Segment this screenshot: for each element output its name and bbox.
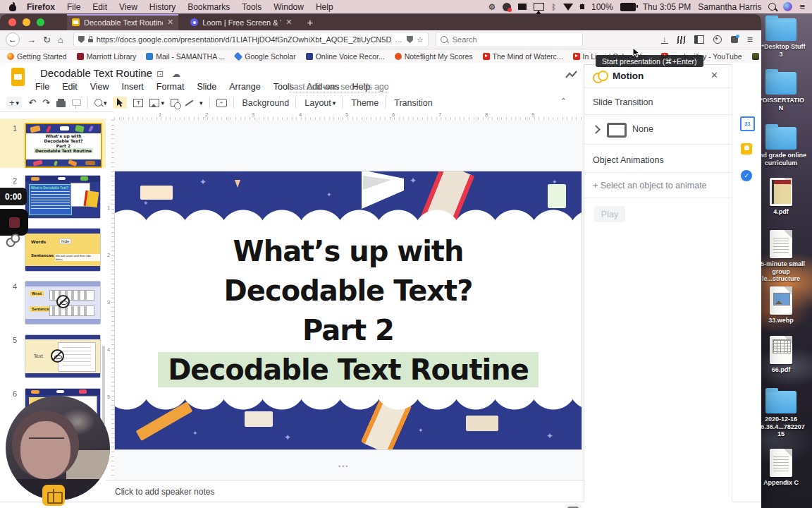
insert-image-button[interactable]: ▾	[149, 99, 164, 107]
menu-window[interactable]: Window	[273, 2, 304, 12]
desktop-icon-folder[interactable]: 2020-12-16 16.36.4...78220715	[756, 391, 806, 438]
explore-button[interactable]: ✦	[565, 504, 582, 508]
slides-menu-insert[interactable]: Insert	[122, 82, 144, 92]
siri-icon[interactable]	[783, 2, 792, 11]
slide-title-line-3[interactable]: Part 2	[115, 314, 582, 346]
volume-icon[interactable]	[580, 4, 584, 9]
bookmark-item[interactable]: The Mind of Waterc...	[483, 52, 563, 61]
search-box[interactable]	[436, 32, 583, 47]
transition-expand-chevron[interactable]	[591, 125, 601, 134]
menubar-user[interactable]: Samantha Harris	[698, 2, 761, 12]
calendar-icon[interactable]: 31	[740, 116, 755, 131]
tab-decodable-text-routine[interactable]: Decodable Text Routine - Goog ✕	[67, 14, 178, 30]
speaker-notes[interactable]: Click to add speaker notes	[106, 480, 593, 502]
slide-title-line-2[interactable]: Decodable Text?	[115, 274, 582, 307]
cloud-status-icon[interactable]: ☁	[172, 69, 180, 79]
bookmark-item[interactable]: Getting Started	[7, 52, 67, 61]
settings-icon[interactable]: ⚙	[488, 2, 496, 12]
close-window-button[interactable]	[8, 18, 16, 26]
menu-edit[interactable]: Edit	[92, 2, 107, 12]
sidebar-toggle-icon[interactable]	[694, 35, 704, 44]
desktop-icon-folder[interactable]: **DISSERTATION	[756, 72, 806, 111]
star-document-icon[interactable]: ☆	[141, 69, 149, 79]
play-button[interactable]: Play	[594, 206, 625, 222]
slide-thumbnail-5[interactable]: Text	[25, 334, 101, 378]
text-box-button[interactable]: T	[133, 99, 143, 107]
desktop-icon-pdf[interactable]: 66.pdf	[756, 336, 806, 374]
slide-thumbnail-4[interactable]: Word Sentence	[25, 281, 101, 325]
bookmark-item[interactable]: Mail - SAMANTHA ...	[146, 52, 225, 61]
select-tool-button[interactable]	[113, 97, 127, 109]
motion-close-icon[interactable]: ✕	[710, 70, 718, 80]
paint-format-button[interactable]	[72, 99, 81, 106]
bookmark-item[interactable]: Online Voice Recor...	[306, 52, 385, 61]
last-edit-status[interactable]: Last edit was seconds ago	[289, 82, 388, 92]
spotlight-icon[interactable]	[768, 3, 776, 11]
print-button[interactable]	[56, 99, 66, 107]
bookmark-item[interactable]: How to Organize Da...	[752, 52, 761, 61]
collapse-toolbar-icon[interactable]: ⌃	[560, 97, 567, 106]
activity-dashboard-icon[interactable]	[565, 70, 578, 80]
bookmark-star-icon[interactable]: ☆	[417, 35, 424, 44]
zoom-button[interactable]: ▾	[94, 99, 107, 107]
extensions-icon[interactable]	[731, 36, 738, 43]
bluetooth-icon[interactable]: ᛒ	[551, 3, 556, 11]
menubar-app-name[interactable]: Firefox	[27, 2, 55, 12]
search-input[interactable]	[451, 35, 560, 44]
pocket-icon[interactable]	[407, 36, 413, 43]
gift-button[interactable]	[42, 485, 65, 506]
app-menu-icon[interactable]: ≡	[747, 34, 753, 45]
bookmark-item[interactable]: Google Scholar	[235, 52, 295, 61]
reload-button[interactable]: ↻	[43, 35, 51, 45]
new-slide-button[interactable]: +▾	[6, 97, 22, 109]
slide-editor[interactable]: ✦ ✦ ✦ ✦ ✦ What’s up with Decodable Text?…	[114, 171, 582, 450]
document-title[interactable]: Decodable Text Routine	[40, 67, 152, 79]
home-button[interactable]: ⌂	[58, 35, 63, 45]
theme-button[interactable]: Theme	[351, 98, 379, 108]
redo-button[interactable]: ↷	[42, 97, 50, 108]
menu-bookmarks[interactable]: Bookmarks	[187, 2, 230, 12]
tab-close-icon[interactable]: ✕	[285, 18, 292, 27]
background-button[interactable]: Background	[242, 98, 290, 108]
slides-menu-format[interactable]: Format	[156, 82, 185, 92]
google-slides-logo[interactable]	[11, 68, 25, 86]
menubar-clock[interactable]: Thu 3:05 PM	[643, 2, 691, 12]
camera-icon[interactable]	[518, 4, 527, 10]
battery-icon[interactable]	[620, 3, 636, 11]
tracking-protection-shield-icon[interactable]	[78, 36, 85, 43]
desktop-icon-folder[interactable]: 2nd grade online curriculum	[756, 127, 806, 167]
tasks-icon[interactable]: ✓	[741, 170, 752, 181]
new-tab-button[interactable]: +	[307, 16, 313, 28]
zoom-window-button[interactable]	[37, 18, 44, 26]
library-icon[interactable]	[677, 36, 685, 44]
back-button[interactable]: ←	[6, 32, 20, 47]
slide-thumbnail-3[interactable]: Words hide Sentences We will skate and t…	[25, 228, 101, 272]
bookmark-item[interactable]: Marriott Library	[77, 52, 137, 61]
desktop-icon-pdf[interactable]: 4.pdf	[756, 178, 806, 216]
slide-thumbnail-1[interactable]: What’s up with Decodable Text? Part 2 De…	[25, 123, 102, 168]
slides-menu-file[interactable]: File	[35, 82, 49, 92]
slides-menu-slide[interactable]: Slide	[197, 82, 216, 92]
menu-tools[interactable]: Tools	[242, 2, 262, 12]
loom-recording-icon[interactable]	[503, 3, 511, 11]
desktop-icon-folder[interactable]: ***Desktop Stuff 3	[756, 18, 806, 58]
account-icon[interactable]	[713, 35, 722, 44]
menu-view[interactable]: View	[119, 2, 137, 12]
notification-center-icon[interactable]: ≡	[799, 1, 805, 12]
tab-close-icon[interactable]: ✕	[167, 18, 173, 27]
transition-none-label[interactable]: None	[632, 124, 653, 134]
downloads-icon[interactable]: ↓	[661, 35, 668, 44]
insert-line-button[interactable]: ▾	[185, 99, 203, 107]
slides-menu-view[interactable]: View	[90, 82, 109, 92]
page-actions-icon[interactable]: …	[395, 35, 403, 44]
bookmark-item[interactable]: Noteflight My Scores	[395, 52, 473, 61]
transition-button[interactable]: Transition	[394, 98, 432, 108]
menu-help[interactable]: Help	[316, 2, 333, 12]
notes-resize-handle[interactable]: •••	[338, 463, 349, 470]
menu-history[interactable]: History	[149, 2, 176, 12]
url-text[interactable]: https://docs.google.com/presentation/d/1…	[97, 35, 391, 44]
minimize-window-button[interactable]	[23, 18, 30, 26]
desktop-icon-doc[interactable]: 15-minute small group le...structure	[756, 230, 806, 283]
desktop-icon-image[interactable]: 33.webp	[756, 286, 806, 325]
loom-stop-button[interactable]	[0, 209, 28, 236]
